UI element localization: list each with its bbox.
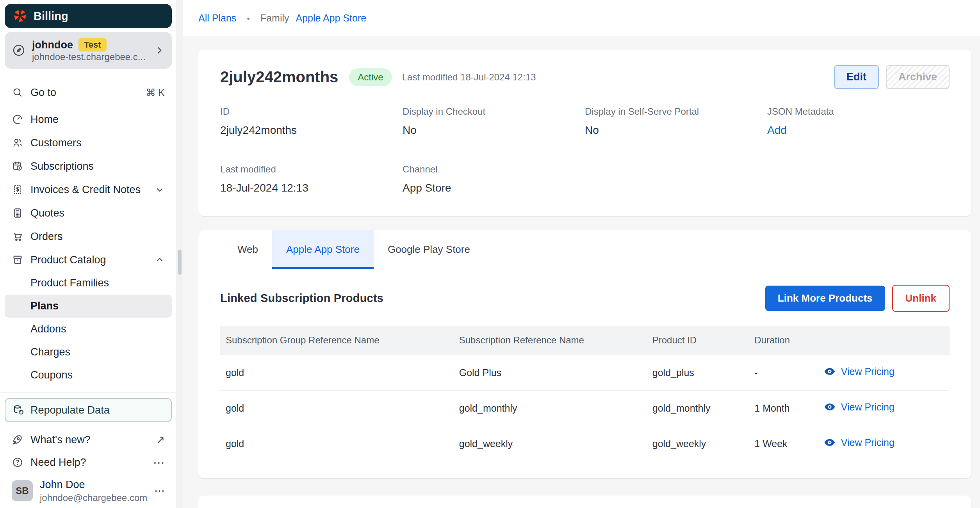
channel-card: Web Apple App Store Google Play Store Li… bbox=[198, 230, 971, 478]
last-modified-note: Last modified 18-Jul-2024 12:13 bbox=[402, 72, 536, 83]
more-options-icon[interactable]: ⋯ bbox=[154, 485, 165, 497]
sidebar-subitem-label: Addons bbox=[30, 323, 66, 335]
goto-search[interactable]: Go to ⌘ K bbox=[0, 83, 176, 102]
events-card: Events ID Type Occured on Status bbox=[198, 496, 971, 508]
rocket-icon bbox=[12, 434, 23, 446]
sidebar-item-label: Invoices & Credit Notes bbox=[30, 184, 141, 196]
archive-button[interactable]: Archive bbox=[886, 65, 950, 89]
calculator-icon bbox=[12, 207, 23, 219]
sidebar-item-orders[interactable]: Orders bbox=[0, 225, 176, 248]
sidebar-item-label: Home bbox=[30, 114, 59, 126]
chevron-up-icon[interactable] bbox=[155, 255, 165, 265]
sidebar-item-product-families[interactable]: Product Families bbox=[0, 272, 176, 295]
whats-new-link[interactable]: What's new? ↗ bbox=[0, 428, 176, 451]
plan-overview-card: 2july242months Active Last modified 18-J… bbox=[198, 50, 971, 216]
sidebar-item-invoices[interactable]: Invoices & Credit Notes bbox=[0, 178, 176, 201]
site-domain: johndoe-test.chargebee.c... bbox=[32, 52, 146, 62]
breadcrumb-separator: • bbox=[247, 14, 250, 23]
repopulate-label: Repopulate Data bbox=[30, 404, 110, 416]
breadcrumb-family-label: Family bbox=[260, 12, 289, 23]
invoice-icon bbox=[12, 184, 23, 195]
sidebar-item-quotes[interactable]: Quotes bbox=[0, 201, 176, 225]
sidebar-item-label: Subscriptions bbox=[30, 160, 94, 172]
user-profile[interactable]: SB John Doe johndoe@chargebee.com ⋯ bbox=[0, 476, 176, 506]
link-more-products-button[interactable]: Link More Products bbox=[765, 286, 885, 311]
database-refresh-icon bbox=[12, 404, 24, 416]
sidebar-subitem-label: Charges bbox=[30, 346, 70, 358]
archive-box-icon bbox=[12, 254, 23, 266]
eye-icon bbox=[824, 401, 836, 413]
eye-icon bbox=[824, 437, 836, 448]
sidebar-item-product-catalog[interactable]: Product Catalog bbox=[0, 248, 176, 272]
table-row: gold gold_weekly gold_weekly 1 Week bbox=[220, 426, 950, 462]
breadcrumb-all-plans-link[interactable]: All Plans bbox=[198, 12, 236, 23]
unlink-button[interactable]: Unlink bbox=[892, 285, 950, 312]
site-switcher[interactable]: johndoe Test johndoe-test.chargebee.c... bbox=[5, 32, 172, 69]
view-pricing-link[interactable]: View Pricing bbox=[824, 366, 894, 377]
need-help-label: Need Help? bbox=[30, 456, 86, 469]
content-area: 2july242months Active Last modified 18-J… bbox=[183, 37, 980, 508]
sidebar-item-addons[interactable]: Addons bbox=[0, 318, 176, 341]
plan-fields: ID 2july242months Display in Checkout No… bbox=[220, 106, 950, 194]
external-link-icon: ↗ bbox=[156, 434, 165, 446]
linked-products-table: Subscription Group Reference Name Subscr… bbox=[220, 326, 950, 461]
sidebar-subitem-label: Coupons bbox=[30, 369, 73, 381]
view-pricing-link[interactable]: View Pricing bbox=[824, 401, 894, 413]
chargebee-logo-icon bbox=[12, 9, 27, 23]
linked-products-title: Linked Subscription Products bbox=[220, 292, 383, 305]
repopulate-data-button[interactable]: Repopulate Data bbox=[5, 398, 172, 422]
tab-apple-app-store[interactable]: Apple App Store bbox=[272, 230, 374, 269]
user-name: John Doe bbox=[40, 479, 147, 491]
scrollbar-thumb[interactable] bbox=[178, 250, 182, 275]
field-last-modified: Last modified 18-Jul-2024 12:13 bbox=[220, 164, 403, 194]
sidebar-item-label: Customers bbox=[30, 137, 82, 149]
site-compass-icon bbox=[12, 43, 26, 57]
edit-button[interactable]: Edit bbox=[834, 65, 879, 89]
plan-title: 2july242months bbox=[220, 68, 338, 86]
status-badge: Active bbox=[349, 68, 392, 86]
linked-products-section: Linked Subscription Products Link More P… bbox=[198, 269, 971, 478]
subscriptions-calendar-icon bbox=[12, 160, 23, 172]
eye-icon bbox=[824, 366, 836, 377]
home-gauge-icon bbox=[12, 114, 23, 125]
col-subscription-group: Subscription Group Reference Name bbox=[220, 326, 454, 355]
sidebar-item-label: Product Catalog bbox=[30, 254, 106, 266]
field-channel: Channel App Store bbox=[403, 164, 585, 194]
sidebar-subitem-label: Product Families bbox=[30, 277, 109, 289]
test-site-badge: Test bbox=[78, 38, 107, 52]
tab-google-play-store[interactable]: Google Play Store bbox=[374, 230, 484, 269]
chevron-down-icon[interactable] bbox=[155, 185, 165, 195]
tab-web[interactable]: Web bbox=[223, 230, 272, 269]
channel-tabs: Web Apple App Store Google Play Store bbox=[198, 230, 971, 269]
sidebar-item-charges[interactable]: Charges bbox=[0, 341, 176, 364]
sidebar-subitem-label: Plans bbox=[30, 300, 59, 312]
goto-label: Go to bbox=[30, 87, 56, 99]
field-display-in-checkout: Display in Checkout No bbox=[403, 106, 585, 137]
cart-icon bbox=[12, 231, 23, 242]
sidebar-item-subscriptions[interactable]: Subscriptions bbox=[0, 155, 176, 178]
sidebar-item-customers[interactable]: Customers bbox=[0, 131, 176, 155]
view-pricing-link[interactable]: View Pricing bbox=[824, 437, 894, 448]
sidebar-item-label: Orders bbox=[30, 231, 63, 243]
sidebar-item-plans[interactable]: Plans bbox=[5, 295, 172, 318]
user-email: johndoe@chargebee.com bbox=[40, 492, 147, 503]
sidebar-item-label: Quotes bbox=[30, 207, 64, 219]
goto-shortcut: ⌘ K bbox=[146, 87, 165, 98]
sidebar-divider bbox=[0, 392, 176, 393]
product-name: Billing bbox=[34, 10, 68, 23]
sidebar: Billing johndoe Test johndoe-test.charge… bbox=[0, 0, 176, 508]
app-switcher[interactable]: Billing bbox=[5, 4, 172, 28]
more-options-icon[interactable]: ⋯ bbox=[153, 456, 165, 469]
breadcrumb: All Plans • Family Apple App Store bbox=[198, 12, 366, 24]
sidebar-item-home[interactable]: Home bbox=[0, 108, 176, 131]
col-duration: Duration bbox=[749, 326, 818, 355]
site-name: johndoe bbox=[32, 39, 73, 51]
sidebar-nav: Home Customers Subscriptions bbox=[0, 108, 176, 387]
json-metadata-add-link[interactable]: Add bbox=[767, 124, 950, 137]
sidebar-item-coupons[interactable]: Coupons bbox=[0, 364, 176, 387]
search-icon bbox=[12, 87, 23, 98]
col-actions bbox=[818, 326, 950, 355]
table-row: gold gold_monthly gold_monthly 1 Month bbox=[220, 391, 950, 426]
need-help-link[interactable]: Need Help? ⋯ bbox=[0, 451, 176, 474]
breadcrumb-family-link[interactable]: Apple App Store bbox=[296, 12, 366, 23]
